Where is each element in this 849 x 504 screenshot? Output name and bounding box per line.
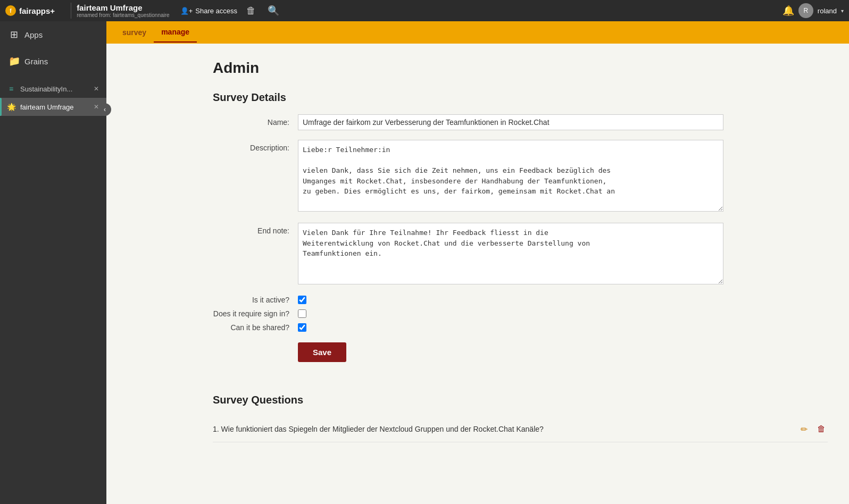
add-user-icon: 👤+ [180, 7, 193, 15]
endnote-row: End note: Vielen Dank für Ihre Teilnahme… [213, 223, 828, 286]
grain-sustainability-name: SustainabilityIn... [20, 85, 88, 93]
grain-section: ≡ SustainabilityIn... ✕ 🌟 fairteam Umfra… [0, 80, 106, 116]
notification-icon[interactable]: 🔔 [783, 5, 794, 16]
logo-icon-text: f [10, 8, 11, 14]
user-dropdown-caret[interactable]: ▾ [841, 8, 844, 14]
requires-signin-row: Does it require sign in? [213, 309, 828, 318]
name-row: Name: [213, 114, 828, 130]
name-label: Name: [213, 114, 298, 127]
question-1-text: 1. Wie funktioniert das Spiegeln der Mit… [213, 425, 798, 433]
survey-details-form: Name: Description: Liebe:r Teilnehmer:in… [213, 114, 828, 378]
search-button[interactable]: 🔍 [265, 4, 282, 18]
fairteam-icon: 🌟 [6, 103, 16, 111]
page-title: Admin [213, 60, 828, 77]
user-avatar: R [798, 3, 813, 18]
grains-label: Grains [24, 57, 48, 66]
description-row: Description: Liebe:r Teilnehmer:in viele… [213, 140, 828, 213]
share-access-label: Share access [195, 7, 237, 15]
question-item-1: 1. Wie funktioniert das Spiegeln der Mit… [213, 417, 828, 442]
endnote-textarea[interactable]: Vielen Dank für Ihre Teilnahme! Ihr Feed… [298, 223, 723, 284]
description-textarea[interactable]: Liebe:r Teilnehmer:in vielen Dank, dass … [298, 140, 723, 212]
survey-details-heading: Survey Details [213, 91, 828, 104]
grain-fairteam-name: fairteam Umfrage [20, 103, 88, 111]
grains-icon: 📁 [9, 55, 19, 67]
tab-manage[interactable]: manage [154, 22, 197, 43]
endnote-label: End note: [213, 223, 298, 235]
question-1-edit-button[interactable]: ✏ [798, 422, 810, 436]
survey-title-main: fairteam Umfrage [77, 3, 170, 12]
app-name: fairapps+ [19, 6, 55, 15]
is-active-row: Is it active? [213, 296, 828, 304]
description-field-container: Liebe:r Teilnehmer:in vielen Dank, dass … [298, 140, 723, 213]
topbar-divider [71, 3, 71, 19]
apps-label: Apps [24, 30, 43, 39]
sidebar-nav: ⊞ Apps 📁 Grains [0, 21, 106, 74]
active-indicator [0, 98, 2, 116]
delete-button[interactable]: 🗑 [244, 4, 259, 18]
apps-icon: ⊞ [9, 29, 19, 40]
tab-survey[interactable]: survey [115, 23, 154, 42]
app-logo-icon: f [5, 5, 16, 16]
question-1-delete-button[interactable]: 🗑 [815, 422, 828, 436]
survey-title-sub: renamed from: fairteams_questionnaire [77, 12, 170, 18]
close-sustainability-icon[interactable]: ✕ [93, 84, 100, 94]
sustainability-icon: ≡ [6, 85, 16, 93]
content-area: survey manage Admin Survey Details Name:… [106, 21, 849, 504]
name-input[interactable] [298, 114, 723, 130]
description-label: Description: [213, 140, 298, 152]
requires-signin-label: Does it require sign in? [213, 309, 298, 318]
save-button[interactable]: Save [298, 342, 346, 362]
user-section: 🔔 R roland ▾ [783, 3, 844, 18]
name-field-container [298, 114, 723, 130]
is-active-label: Is it active? [213, 296, 298, 304]
survey-title-area: fairteam Umfrage renamed from: fairteams… [77, 3, 170, 18]
sidebar: ⊞ Apps 📁 Grains ‹ ≡ SustainabilityIn... … [0, 21, 106, 504]
main-layout: ⊞ Apps 📁 Grains ‹ ≡ SustainabilityIn... … [0, 21, 849, 504]
question-1-content: Wie funktioniert das Spiegeln der Mitgli… [221, 425, 544, 433]
is-active-checkbox[interactable] [298, 296, 306, 304]
question-1-number: 1. [213, 425, 221, 433]
topbar-actions: 👤+ Share access 🗑 🔍 [180, 4, 282, 18]
question-1-actions: ✏ 🗑 [798, 422, 828, 436]
username: roland [818, 7, 837, 15]
sidebar-item-apps[interactable]: ⊞ Apps [0, 21, 106, 48]
sidebar-item-grains[interactable]: 📁 Grains [0, 48, 106, 74]
survey-questions-heading: Survey Questions [213, 394, 828, 406]
survey-questions-section: Survey Questions 1. Wie funktioniert das… [213, 394, 828, 442]
app-logo: f fairapps+ [5, 5, 55, 16]
collapse-sidebar-button[interactable]: ‹ [98, 103, 111, 116]
tab-bar: survey manage [106, 21, 849, 44]
can-be-shared-row: Can it be shared? [213, 323, 828, 332]
endnote-field-container: Vielen Dank für Ihre Teilnahme! Ihr Feed… [298, 223, 723, 286]
top-bar: f fairapps+ fairteam Umfrage renamed fro… [0, 0, 849, 21]
can-be-shared-label: Can it be shared? [213, 323, 298, 332]
grain-item-fairteam[interactable]: 🌟 fairteam Umfrage ✕ [0, 98, 106, 116]
share-access-button[interactable]: 👤+ Share access [180, 7, 237, 15]
can-be-shared-checkbox[interactable] [298, 323, 306, 332]
requires-signin-checkbox[interactable] [298, 309, 306, 318]
grain-item-sustainability[interactable]: ≡ SustainabilityIn... ✕ [0, 80, 106, 98]
main-content: Admin Survey Details Name: Description: … [106, 44, 849, 504]
